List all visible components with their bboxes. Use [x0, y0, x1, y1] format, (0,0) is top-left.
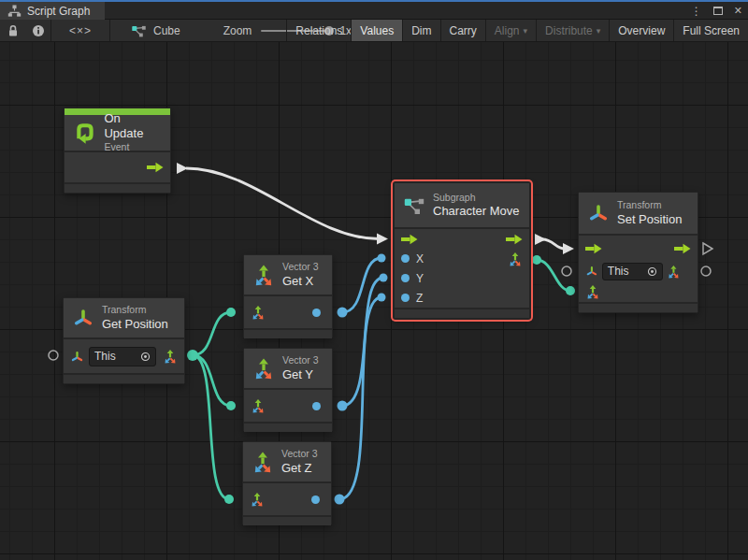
node-category: Vector 3 — [282, 261, 319, 274]
port-label-y: Y — [416, 272, 424, 285]
vector3-output-icon[interactable] — [508, 251, 523, 266]
port-label-x: X — [416, 252, 424, 266]
target-label: Cube — [153, 24, 180, 37]
gety-output-port[interactable] — [338, 401, 348, 411]
gety-input-port[interactable] — [226, 401, 236, 410]
transform-port-icon[interactable] — [70, 350, 84, 364]
graph-target[interactable]: Cube — [110, 20, 188, 41]
setposition-value-out-port-empty[interactable] — [701, 266, 711, 276]
wire-gety-to-charactermove-y[interactable] — [342, 278, 383, 406]
node-get-position[interactable]: Transform Get Position This — [63, 297, 185, 384]
dim-button[interactable]: Dim — [402, 20, 439, 41]
vector3-output-icon[interactable] — [163, 349, 178, 364]
transform-icon — [72, 307, 94, 329]
wire-getposition-to-getz[interactable] — [193, 355, 229, 499]
close-icon[interactable]: ✕ — [734, 6, 742, 16]
charactermove-y-port[interactable] — [380, 274, 388, 282]
getz-output-port[interactable] — [335, 495, 345, 505]
flow-output-arrow-icon[interactable] — [674, 243, 691, 254]
chevron-down-icon: ▾ — [597, 26, 601, 36]
info-icon — [32, 24, 45, 37]
getz-input-port[interactable] — [224, 495, 234, 504]
loop-event-icon — [73, 121, 96, 145]
setposition-this-port-empty[interactable] — [562, 266, 571, 276]
wire-charactermove-to-setposition-vector[interactable] — [537, 260, 570, 291]
float-output-port[interactable] — [312, 402, 321, 410]
flow-input-arrow-icon[interactable] — [585, 243, 602, 254]
distribute-button[interactable]: Distribute▾ — [536, 20, 609, 41]
full-screen-button[interactable]: Full Screen — [673, 20, 748, 41]
info-button[interactable] — [25, 20, 50, 41]
flow-output-arrow-icon[interactable] — [147, 162, 164, 173]
node-set-position[interactable]: Transform Set Position This — [578, 192, 698, 313]
maximize-icon[interactable] — [713, 7, 723, 15]
getposition-this-port-empty[interactable] — [49, 351, 58, 360]
values-button[interactable]: Values — [351, 20, 402, 41]
node-get-y[interactable]: Vector 3 Get Y — [243, 348, 333, 432]
vector3-icon — [252, 357, 275, 380]
graph-canvas[interactable]: On Update Event Transform Get Position T… — [0, 42, 748, 560]
node-footer — [243, 515, 331, 525]
node-get-z[interactable]: Vector 3 Get Z — [242, 441, 332, 525]
flow-wire-end-arrow — [563, 243, 574, 254]
align-button[interactable]: Align▾ — [485, 20, 536, 41]
getposition-output-port[interactable] — [187, 350, 198, 361]
vector3-input-icon[interactable] — [251, 398, 266, 413]
node-on-update[interactable]: On Update Event — [64, 108, 171, 194]
node-title: On Update — [104, 111, 162, 142]
object-picker-icon[interactable] — [647, 266, 657, 277]
y-input-port[interactable] — [401, 274, 410, 282]
tab-script-graph[interactable]: Script Graph — [0, 2, 105, 20]
wire-getx-to-charactermove-x[interactable] — [342, 258, 381, 312]
node-footer — [395, 308, 529, 318]
flow-wire-start-arrow — [535, 234, 546, 245]
node-footer — [579, 302, 698, 312]
charactermove-x-port[interactable] — [378, 254, 386, 263]
node-title: Get Position — [102, 317, 168, 332]
object-picker-icon[interactable] — [140, 352, 151, 362]
charactermove-vector-output-port[interactable] — [532, 255, 541, 265]
this-field[interactable]: This — [602, 263, 663, 280]
window-menu-icon[interactable]: ⋮ — [691, 6, 702, 17]
zoom-label: Zoom — [223, 24, 252, 37]
code-icon: <×> — [69, 24, 92, 37]
float-output-port[interactable] — [312, 309, 321, 317]
vector3-output-icon[interactable] — [667, 265, 681, 279]
getx-input-port[interactable] — [226, 308, 236, 317]
this-field[interactable]: This — [89, 347, 156, 366]
lock-icon — [7, 24, 19, 37]
node-title: Get Y — [282, 367, 319, 382]
getx-output-port[interactable] — [338, 308, 348, 318]
vector3-input-icon[interactable] — [251, 305, 266, 320]
wire-charactermove-to-setposition[interactable] — [542, 239, 565, 249]
wire-getz-to-charactermove-z[interactable] — [339, 297, 381, 499]
setposition-vector-input-port[interactable] — [566, 286, 575, 295]
node-character-move[interactable]: Subgraph Character Move X Y Z — [394, 182, 530, 319]
node-get-x[interactable]: Vector 3 Get X — [243, 254, 333, 338]
charactermove-z-port[interactable] — [378, 294, 386, 302]
port-label-z: Z — [416, 292, 423, 305]
transform-port-icon[interactable] — [585, 265, 598, 278]
lock-button[interactable] — [0, 20, 25, 41]
wire-getposition-to-gety[interactable] — [193, 355, 231, 406]
vector3-input-icon[interactable] — [585, 284, 600, 299]
z-input-port[interactable] — [401, 294, 410, 302]
wire-onupdate-to-charactermove[interactable] — [186, 168, 379, 239]
chevron-down-icon: ▾ — [524, 26, 528, 36]
edit-source-button[interactable]: <×> — [51, 20, 109, 41]
relations-button[interactable]: Relations — [286, 20, 351, 41]
node-title: Get X — [282, 274, 319, 289]
node-footer — [244, 328, 332, 338]
float-output-port[interactable] — [311, 495, 320, 504]
flow-input-arrow-icon[interactable] — [401, 234, 418, 245]
node-title: Character Move — [433, 204, 519, 219]
node-category: Vector 3 — [282, 354, 319, 367]
wire-getposition-to-getx[interactable] — [193, 312, 231, 355]
carry-button[interactable]: Carry — [440, 20, 485, 41]
setposition-flow-out-port-empty[interactable] — [703, 243, 712, 254]
vector3-input-icon[interactable] — [250, 492, 265, 507]
flow-output-arrow-icon[interactable] — [506, 234, 523, 245]
x-input-port[interactable] — [401, 254, 410, 263]
vector3-icon — [252, 264, 275, 286]
overview-button[interactable]: Overview — [609, 20, 673, 41]
